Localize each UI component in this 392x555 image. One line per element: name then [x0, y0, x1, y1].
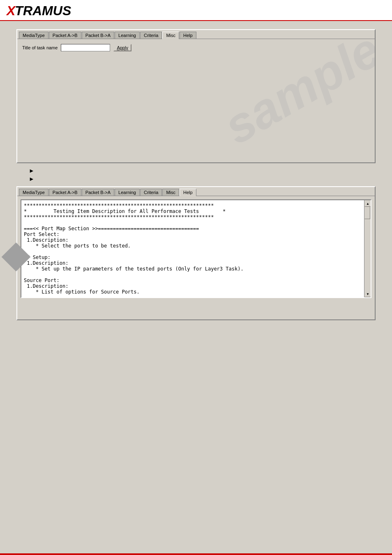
tab-media-type[interactable]: MediaType	[19, 32, 48, 39]
arrow-right-icon-1: ►	[29, 167, 35, 174]
header: XTRAMUS	[0, 0, 392, 21]
top-panel-body: sample Title of task name Apply	[17, 39, 375, 162]
arrow-right-icon-2: ►	[29, 176, 35, 182]
tab-criteria[interactable]: Criteria	[140, 32, 162, 39]
tab-packet-ba[interactable]: Packet B->A	[82, 32, 114, 39]
arrow-item-2: ►	[29, 176, 376, 182]
title-input[interactable]	[61, 44, 110, 51]
tab-learning[interactable]: Learning	[115, 32, 140, 39]
title-row: Title of task name Apply	[22, 44, 370, 51]
tab-packet-ba-2[interactable]: Packet B->A	[82, 189, 114, 196]
bottom-tab-bar: MediaType Packet A->B Packet B->A Learni…	[17, 187, 375, 196]
main-content: MediaType Packet A->B Packet B->A Learni…	[0, 21, 392, 328]
tab-packet-ab[interactable]: Packet A->B	[49, 32, 81, 39]
scroll-up-button[interactable]: ▲	[364, 200, 371, 207]
bottom-panel-body: ****************************************…	[17, 196, 375, 319]
scrollbar[interactable]: ▲ ▼	[364, 200, 371, 297]
arrow-item-1: ►	[29, 167, 376, 174]
top-panel: MediaType Packet A->B Packet B->A Learni…	[16, 29, 376, 163]
tab-media-type-2[interactable]: MediaType	[19, 189, 48, 196]
scroll-down-button[interactable]: ▼	[364, 291, 371, 297]
help-content-area: ****************************************…	[21, 199, 371, 298]
title-label: Title of task name	[22, 45, 58, 50]
top-tab-bar: MediaType Packet A->B Packet B->A Learni…	[17, 30, 375, 39]
tab-packet-ab-2[interactable]: Packet A->B	[49, 189, 81, 196]
bottom-panel: MediaType Packet A->B Packet B->A Learni…	[16, 186, 376, 320]
tab-criteria-2[interactable]: Criteria	[140, 189, 162, 196]
footer-bar	[0, 553, 392, 555]
tab-learning-2[interactable]: Learning	[115, 189, 140, 196]
help-text: ****************************************…	[24, 203, 362, 298]
tab-help[interactable]: Help	[180, 32, 196, 39]
scroll-thumb[interactable]	[364, 207, 370, 219]
logo-x: X	[7, 3, 15, 18]
logo-rest: TRAMUS	[15, 3, 71, 18]
tab-help-2[interactable]: Help	[180, 189, 196, 196]
tab-misc[interactable]: Misc	[162, 32, 179, 39]
arrows-section: ► ►	[29, 167, 376, 182]
tab-misc-2[interactable]: Misc	[162, 189, 179, 196]
watermark: sample	[214, 39, 375, 155]
apply-button[interactable]: Apply	[113, 44, 131, 51]
